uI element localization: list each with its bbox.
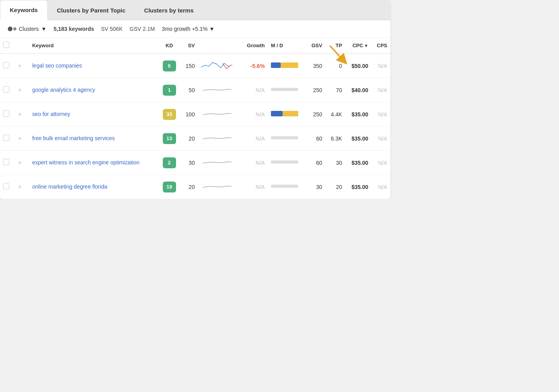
tp-value: 6.3K [331, 135, 342, 142]
add-icon[interactable]: + [16, 159, 24, 166]
gsv-value: 30 [316, 184, 322, 190]
clusters-button[interactable]: Clusters ▼ [8, 26, 46, 32]
add-icon[interactable]: + [16, 87, 24, 93]
select-all-checkbox[interactable] [3, 42, 9, 48]
row-sparkline-cell [198, 175, 240, 199]
row-growth-cell: -5.6% [240, 53, 268, 78]
sparkline-svg [201, 132, 232, 144]
row-add-cell: + [12, 151, 29, 175]
row-checkbox[interactable] [3, 62, 9, 68]
row-keyword-cell: expert witness in search engine optimiza… [29, 151, 158, 175]
row-md-cell [268, 102, 306, 127]
row-checkbox[interactable] [3, 183, 9, 189]
row-tp-cell: 4.4K [325, 102, 345, 127]
sv-value: 150 [186, 63, 195, 69]
row-cps-cell: N/A [371, 127, 390, 151]
add-icon[interactable]: + [16, 184, 24, 190]
keyword-link[interactable]: legal seo companies [32, 62, 82, 69]
keyword-link[interactable]: google analytics 4 agency [32, 87, 95, 93]
growth-value: N/A [256, 111, 265, 118]
chevron-down-icon: ▼ [41, 26, 46, 32]
keyword-link[interactable]: free bulk email marketing services [32, 135, 115, 141]
row-keyword-cell: seo for attorney [29, 102, 158, 127]
sparkline-svg [201, 180, 232, 192]
row-growth-cell: N/A [240, 175, 268, 199]
keyword-link[interactable]: online marketing degree florida [32, 184, 107, 190]
tab-clusters-parent[interactable]: Clusters by Parent Topic [48, 1, 135, 20]
row-gsv-cell: 250 [306, 78, 325, 102]
tp-value: 4.4K [331, 111, 342, 118]
cpc-value: $40.00 [351, 87, 368, 93]
row-cpc-cell: $35.00 [345, 102, 371, 127]
row-sv-cell: 20 [180, 127, 198, 151]
svg-rect-3 [271, 88, 298, 91]
growth-value: N/A [256, 160, 265, 166]
row-checkbox[interactable] [3, 159, 9, 165]
sort-arrow-icon: ▼ [364, 43, 368, 48]
keywords-count-value: 5,183 keywords [53, 26, 94, 32]
keywords-count: 5,183 keywords [53, 26, 94, 32]
row-kd-cell: 1 [158, 78, 180, 102]
row-keyword-cell: google analytics 4 agency [29, 78, 158, 102]
add-icon[interactable]: + [16, 135, 24, 142]
add-icon[interactable]: + [16, 62, 24, 69]
clusters-icon [8, 27, 16, 31]
sv-value: 20 [189, 135, 195, 142]
cps-value: N/A [378, 184, 387, 190]
tp-value: 20 [336, 184, 342, 190]
th-checkbox [0, 38, 12, 53]
kd-badge: 6 [163, 61, 176, 71]
row-cps-cell: N/A [371, 151, 390, 175]
row-add-cell: + [12, 175, 29, 199]
dot-small [13, 27, 16, 30]
gsv-value: 250 [313, 111, 322, 118]
gsv-value: 60 [316, 160, 322, 166]
cpc-value: $50.00 [351, 63, 368, 69]
row-sv-cell: 100 [180, 102, 198, 127]
keyword-link[interactable]: seo for attorney [32, 111, 70, 117]
row-md-cell [268, 175, 306, 199]
th-md: M / D [268, 38, 306, 53]
cpc-value: $35.00 [351, 160, 368, 166]
th-gsv: GSV [306, 38, 325, 53]
kd-badge: 13 [163, 133, 176, 144]
cps-value: N/A [378, 135, 387, 142]
row-cpc-cell: $35.00 [345, 175, 371, 199]
cps-value: N/A [378, 160, 387, 166]
svg-rect-5 [283, 111, 298, 116]
md-bar-svg [271, 159, 298, 165]
sparkline-svg [201, 84, 232, 95]
th-sv: SV [180, 38, 198, 53]
row-cpc-cell: $40.00 [345, 78, 371, 102]
tab-clusters-terms[interactable]: Clusters by terms [135, 1, 203, 20]
dot-big [8, 27, 12, 31]
row-add-cell: + [12, 53, 29, 78]
row-tp-cell: 30 [325, 151, 345, 175]
add-icon[interactable]: + [16, 111, 24, 118]
keywords-table-wrapper: Keyword KD SV Growth M / D GSV TP CPC▼ C… [0, 38, 390, 199]
sparkline-svg [201, 156, 232, 168]
row-checkbox[interactable] [3, 135, 9, 141]
row-kd-cell: 6 [158, 53, 180, 78]
row-growth-cell: N/A [240, 151, 268, 175]
tab-keywords[interactable]: Keywords [0, 0, 48, 20]
svg-rect-6 [271, 136, 298, 139]
row-growth-cell: N/A [240, 78, 268, 102]
cpc-label: CPC [352, 43, 363, 48]
sparkline-svg [201, 108, 232, 119]
row-sv-cell: 20 [180, 175, 198, 199]
cps-value: N/A [378, 111, 387, 118]
md-bar-svg [271, 87, 298, 92]
row-checkbox[interactable] [3, 86, 9, 93]
keyword-link[interactable]: expert witness in search engine optimiza… [32, 159, 139, 166]
row-kd-cell: 33 [158, 102, 180, 127]
growth-button[interactable]: 3mo growth +5.1% ▼ [162, 26, 215, 32]
cps-value: N/A [378, 63, 387, 69]
gsv-value: 350 [313, 63, 322, 69]
orange-arrow-icon [326, 42, 349, 65]
row-checkbox-cell [0, 53, 12, 78]
row-kd-cell: 19 [158, 175, 180, 199]
row-md-cell [268, 78, 306, 102]
row-checkbox[interactable] [3, 110, 9, 117]
row-sparkline-cell [198, 53, 240, 78]
